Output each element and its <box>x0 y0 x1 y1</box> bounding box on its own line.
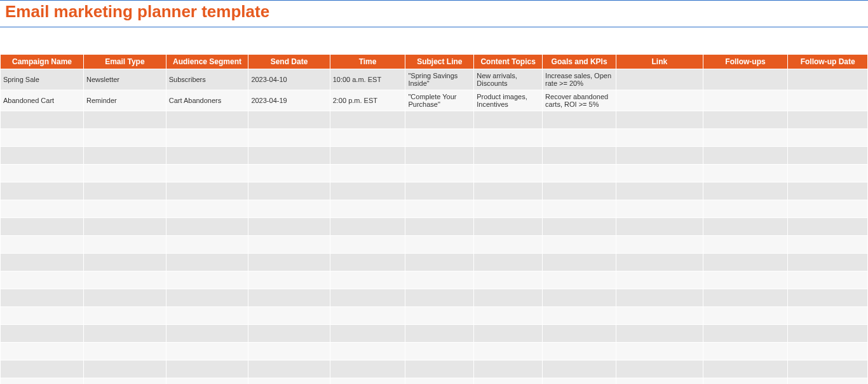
cell-follow-ups[interactable] <box>703 147 788 165</box>
cell-content-topics[interactable] <box>474 378 543 385</box>
cell-send-date[interactable] <box>248 254 330 271</box>
cell-content-topics[interactable] <box>474 111 543 129</box>
cell-time[interactable] <box>330 200 405 218</box>
cell-audience-segment[interactable] <box>166 378 248 385</box>
cell-follow-up-date[interactable] <box>788 254 868 271</box>
cell-follow-up-date[interactable] <box>788 236 868 254</box>
cell-subject-line[interactable] <box>405 360 474 378</box>
cell-email-type[interactable] <box>84 307 166 325</box>
cell-subject-line[interactable] <box>405 271 474 289</box>
cell-campaign-name[interactable] <box>1 271 84 289</box>
cell-audience-segment[interactable] <box>166 147 248 165</box>
cell-audience-segment[interactable] <box>166 254 248 271</box>
col-goals-kpis[interactable]: Goals and KPIs <box>543 55 616 69</box>
cell-send-date[interactable] <box>248 129 330 147</box>
col-link[interactable]: Link <box>616 55 703 69</box>
cell-subject-line[interactable] <box>405 254 474 271</box>
cell-content-topics[interactable] <box>474 165 543 182</box>
cell-audience-segment[interactable] <box>166 289 248 307</box>
cell-send-date[interactable] <box>248 360 330 378</box>
col-email-type[interactable]: Email Type <box>84 55 166 69</box>
cell-campaign-name[interactable] <box>1 343 84 360</box>
cell-send-date[interactable] <box>248 378 330 385</box>
cell-time[interactable] <box>330 343 405 360</box>
cell-email-type[interactable]: Newsletter <box>84 69 166 90</box>
cell-goals-kpis[interactable] <box>543 271 616 289</box>
cell-content-topics[interactable]: Product images, Incentives <box>474 90 543 111</box>
cell-audience-segment[interactable] <box>166 307 248 325</box>
cell-follow-up-date[interactable] <box>788 218 868 236</box>
cell-link[interactable] <box>616 289 703 307</box>
cell-follow-up-date[interactable] <box>788 307 868 325</box>
cell-time[interactable] <box>330 325 405 343</box>
cell-send-date[interactable]: 2023-04-19 <box>248 90 330 111</box>
cell-follow-up-date[interactable] <box>788 90 868 111</box>
cell-subject-line[interactable] <box>405 165 474 182</box>
cell-goals-kpis[interactable] <box>543 378 616 385</box>
cell-subject-line[interactable] <box>405 129 474 147</box>
cell-content-topics[interactable] <box>474 325 543 343</box>
cell-follow-ups[interactable] <box>703 271 788 289</box>
cell-campaign-name[interactable]: Abandoned Cart <box>1 90 84 111</box>
cell-follow-ups[interactable] <box>703 360 788 378</box>
cell-follow-ups[interactable] <box>703 307 788 325</box>
cell-time[interactable] <box>330 218 405 236</box>
cell-follow-up-date[interactable] <box>788 378 868 385</box>
cell-content-topics[interactable] <box>474 182 543 200</box>
cell-content-topics[interactable] <box>474 271 543 289</box>
cell-email-type[interactable] <box>84 147 166 165</box>
cell-send-date[interactable] <box>248 271 330 289</box>
cell-time[interactable]: 10:00 a.m. EST <box>330 69 405 90</box>
cell-goals-kpis[interactable] <box>543 218 616 236</box>
cell-time[interactable] <box>330 182 405 200</box>
cell-follow-up-date[interactable] <box>788 182 868 200</box>
cell-follow-up-date[interactable] <box>788 111 868 129</box>
col-time[interactable]: Time <box>330 55 405 69</box>
cell-follow-ups[interactable] <box>703 165 788 182</box>
cell-subject-line[interactable] <box>405 200 474 218</box>
cell-send-date[interactable] <box>248 165 330 182</box>
cell-campaign-name[interactable] <box>1 111 84 129</box>
cell-follow-ups[interactable] <box>703 343 788 360</box>
cell-send-date[interactable] <box>248 182 330 200</box>
cell-content-topics[interactable] <box>474 289 543 307</box>
cell-link[interactable] <box>616 200 703 218</box>
cell-audience-segment[interactable] <box>166 165 248 182</box>
cell-goals-kpis[interactable] <box>543 307 616 325</box>
cell-campaign-name[interactable] <box>1 200 84 218</box>
cell-content-topics[interactable] <box>474 343 543 360</box>
cell-goals-kpis[interactable] <box>543 147 616 165</box>
cell-campaign-name[interactable] <box>1 289 84 307</box>
cell-link[interactable] <box>616 182 703 200</box>
cell-email-type[interactable] <box>84 343 166 360</box>
cell-goals-kpis[interactable] <box>543 111 616 129</box>
cell-subject-line[interactable] <box>405 147 474 165</box>
col-send-date[interactable]: Send Date <box>248 55 330 69</box>
cell-email-type[interactable] <box>84 360 166 378</box>
col-follow-up-date[interactable]: Follow-up Date <box>788 55 868 69</box>
cell-content-topics[interactable] <box>474 360 543 378</box>
cell-follow-ups[interactable] <box>703 236 788 254</box>
cell-email-type[interactable] <box>84 271 166 289</box>
cell-email-type[interactable] <box>84 254 166 271</box>
cell-subject-line[interactable] <box>405 236 474 254</box>
cell-content-topics[interactable] <box>474 218 543 236</box>
cell-follow-ups[interactable] <box>703 289 788 307</box>
cell-send-date[interactable] <box>248 307 330 325</box>
cell-audience-segment[interactable] <box>166 200 248 218</box>
cell-goals-kpis[interactable] <box>543 182 616 200</box>
cell-time[interactable]: 2:00 p.m. EST <box>330 90 405 111</box>
cell-content-topics[interactable]: New arrivals, Discounts <box>474 69 543 90</box>
cell-campaign-name[interactable] <box>1 129 84 147</box>
cell-link[interactable] <box>616 236 703 254</box>
col-subject-line[interactable]: Subject Line <box>405 55 474 69</box>
cell-content-topics[interactable] <box>474 200 543 218</box>
cell-time[interactable] <box>330 111 405 129</box>
col-content-topics[interactable]: Content Topics <box>474 55 543 69</box>
cell-follow-up-date[interactable] <box>788 69 868 90</box>
cell-email-type[interactable] <box>84 218 166 236</box>
cell-goals-kpis[interactable] <box>543 325 616 343</box>
cell-subject-line[interactable]: "Spring Savings Inside" <box>405 69 474 90</box>
cell-goals-kpis[interactable] <box>543 236 616 254</box>
cell-content-topics[interactable] <box>474 129 543 147</box>
